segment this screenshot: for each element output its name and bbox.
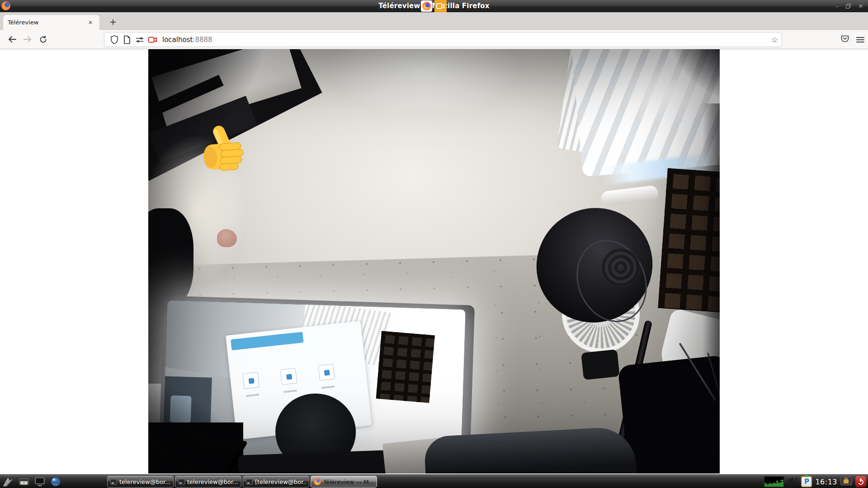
- permissions-icon[interactable]: [133, 34, 146, 45]
- camera-in-use-icon[interactable]: [146, 34, 159, 45]
- desktop: Téléreview — Mozilla Firefox – ✕ Télérev…: [0, 0, 868, 488]
- minimize-button[interactable]: –: [834, 3, 841, 10]
- taskbar-button-terminal-1[interactable]: telereview@bor...: [107, 476, 174, 488]
- bookmark-star-icon[interactable]: ☆: [771, 35, 778, 44]
- tab-strip: Téléreview ✕ +: [0, 12, 868, 30]
- menu-icon[interactable]: [856, 37, 864, 42]
- taskbar-button-label: [telereview@bor...: [255, 479, 306, 485]
- close-button[interactable]: ✕: [857, 3, 864, 10]
- shield-icon[interactable]: [108, 34, 121, 45]
- reload-button[interactable]: [35, 32, 51, 47]
- thumbs-up-emoji: [195, 122, 248, 176]
- toolbar-right: [840, 32, 864, 47]
- terminal-icon: [246, 479, 253, 485]
- taskbar-button-terminal-2[interactable]: telereview@bor...: [175, 476, 241, 488]
- power-icon[interactable]: [855, 476, 866, 487]
- cpu-graph[interactable]: [764, 476, 784, 487]
- terminal-icon[interactable]: [33, 476, 46, 488]
- forward-button[interactable]: [20, 32, 35, 47]
- lock-screen-icon[interactable]: [840, 477, 852, 487]
- new-tab-button[interactable]: +: [107, 16, 119, 28]
- window-title: Téléreview — Mozilla Firefox: [0, 2, 868, 10]
- page-content: [0, 49, 868, 474]
- url-text: localhost:8888: [162, 36, 212, 44]
- app-finder-icon[interactable]: [2, 476, 14, 488]
- firefox-icon: [314, 478, 321, 485]
- url-bar[interactable]: localhost:8888 ☆: [104, 32, 782, 47]
- taskbar-button-label: telereview@bor...: [119, 479, 170, 485]
- pocket-icon[interactable]: [840, 34, 850, 46]
- window-titlebar: Téléreview — Mozilla Firefox – ✕: [0, 0, 868, 12]
- camera-sharing-icon[interactable]: [434, 0, 447, 12]
- volume-icon[interactable]: [787, 476, 798, 487]
- tab-label: Téléreview: [8, 19, 86, 26]
- firefox-icon: [421, 0, 432, 12]
- url-host: localhost: [162, 36, 193, 44]
- system-tray: P 16:13: [764, 475, 866, 488]
- taskbar-button-label: Téléreview — M...: [323, 479, 374, 485]
- restore-button[interactable]: [845, 3, 853, 10]
- browser-globe-icon[interactable]: [49, 476, 62, 488]
- fisheye-vignette: [148, 49, 720, 474]
- clipboard-manager-icon[interactable]: P: [801, 476, 812, 487]
- taskbar-button-terminal-3[interactable]: [telereview@bor...: [243, 476, 309, 488]
- page-icon[interactable]: [121, 34, 133, 45]
- taskbar-button-firefox[interactable]: Téléreview — M...: [311, 476, 377, 488]
- webcam-feed: [148, 49, 720, 474]
- terminal-icon: [110, 479, 117, 485]
- tab-telereview[interactable]: Téléreview ✕: [3, 14, 100, 30]
- terminal-icon: [178, 479, 185, 485]
- taskbar: telereview@bor... telereview@bor... [tel…: [0, 474, 868, 488]
- navigation-toolbar: localhost:8888 ☆: [0, 30, 868, 49]
- clock[interactable]: 16:13: [815, 478, 837, 486]
- taskbar-button-label: telereview@bor...: [187, 479, 238, 485]
- back-button[interactable]: [5, 32, 20, 47]
- file-manager-icon[interactable]: [18, 476, 30, 488]
- window-list: telereview@bor... telereview@bor... [tel…: [107, 476, 377, 488]
- taskbar-launchers: [0, 476, 62, 488]
- url-port: :8888: [193, 36, 212, 44]
- tab-close-icon[interactable]: ✕: [86, 18, 95, 27]
- window-controls: – ✕: [834, 0, 864, 12]
